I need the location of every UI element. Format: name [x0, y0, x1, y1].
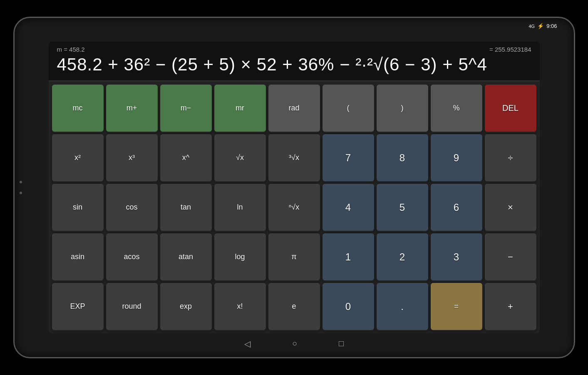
key-round[interactable]: round [106, 283, 158, 330]
display: m = 458.2 = 255.9523184 458.2 + 36² − (2… [49, 42, 540, 81]
key-six[interactable]: 6 [431, 184, 482, 231]
side-buttons [20, 181, 22, 194]
key-nine[interactable]: 9 [431, 134, 482, 181]
status-bar: 4G ⚡ 9:06 [529, 23, 557, 29]
key-mc[interactable]: mc [52, 85, 104, 132]
key-acos[interactable]: acos [106, 233, 158, 280]
key-euler[interactable]: e [268, 283, 320, 330]
keypad-row-3: asinacosatanlogπ123− [52, 233, 536, 280]
tablet-frame: 4G ⚡ 9:06 m = 458.2 = 255.9523184 458.2 … [13, 17, 575, 358]
key-asin[interactable]: asin [52, 233, 104, 280]
display-secondary: m = 458.2 = 255.9523184 [57, 46, 531, 53]
key-zero[interactable]: 0 [323, 283, 374, 330]
key-x-squared[interactable]: x² [52, 134, 104, 181]
clock: 9:06 [546, 23, 557, 29]
key-seven[interactable]: 7 [323, 134, 374, 181]
key-sin[interactable]: sin [52, 184, 104, 231]
key-m-plus[interactable]: m+ [106, 85, 158, 132]
key-ln[interactable]: ln [214, 184, 266, 231]
keypad: mcm+m−mrrad()%DELx²x³x^√x³√x789÷sincosta… [49, 81, 540, 333]
key-equals[interactable]: = [431, 283, 482, 330]
key-eight[interactable]: 8 [377, 134, 428, 181]
key-cos[interactable]: cos [106, 184, 158, 231]
key-m-minus[interactable]: m− [160, 85, 212, 132]
key-tan[interactable]: tan [160, 184, 212, 231]
key-factorial[interactable]: x! [214, 283, 266, 330]
key-pi[interactable]: π [268, 233, 320, 280]
key-delete[interactable]: DEL [485, 85, 536, 132]
keypad-row-2: sincostanlnⁿ√x456× [52, 184, 536, 231]
key-rad[interactable]: rad [268, 85, 320, 132]
key-three[interactable]: 3 [431, 233, 482, 280]
key-percent[interactable]: % [431, 85, 482, 132]
key-cbrt[interactable]: ³√x [268, 134, 320, 181]
result-display: = 255.9523184 [489, 46, 531, 53]
key-one[interactable]: 1 [323, 233, 374, 280]
keypad-row-4: EXProundexpx!e0.=+ [52, 283, 536, 330]
key-multiply[interactable]: × [485, 184, 536, 231]
back-button[interactable]: ◁ [244, 339, 251, 349]
key-nth-root[interactable]: ⁿ√x [268, 184, 320, 231]
recent-button[interactable]: □ [339, 339, 344, 349]
key-open-paren[interactable]: ( [323, 85, 374, 132]
memory-display: m = 458.2 [57, 46, 85, 53]
signal-icon: 4G [529, 24, 535, 29]
battery-icon: ⚡ [537, 23, 544, 29]
key-x-cubed[interactable]: x³ [106, 134, 158, 181]
calculator-screen: m = 458.2 = 255.9523184 458.2 + 36² − (2… [49, 42, 540, 333]
key-add[interactable]: + [485, 283, 536, 330]
key-atan[interactable]: atan [160, 233, 212, 280]
dot-2 [20, 192, 22, 194]
key-sqrt[interactable]: √x [214, 134, 266, 181]
key-mr[interactable]: mr [214, 85, 266, 132]
key-close-paren[interactable]: ) [377, 85, 428, 132]
key-two[interactable]: 2 [377, 233, 428, 280]
key-five[interactable]: 5 [377, 184, 428, 231]
home-button[interactable]: ○ [292, 339, 297, 349]
key-exp-upper[interactable]: EXP [52, 283, 104, 330]
key-exp[interactable]: exp [160, 283, 212, 330]
dot-1 [20, 181, 22, 183]
key-x-power[interactable]: x^ [160, 134, 212, 181]
key-decimal[interactable]: . [377, 283, 428, 330]
key-four[interactable]: 4 [323, 184, 374, 231]
nav-bar: ◁ ○ □ [15, 339, 574, 349]
keypad-row-0: mcm+m−mrrad()%DEL [52, 85, 536, 132]
key-divide[interactable]: ÷ [485, 134, 536, 181]
key-log[interactable]: log [214, 233, 266, 280]
expression-display: 458.2 + 36² − (25 + 5) × 52 + 36% − ²·²√… [57, 55, 531, 75]
keypad-row-1: x²x³x^√x³√x789÷ [52, 134, 536, 181]
key-subtract[interactable]: − [485, 233, 536, 280]
